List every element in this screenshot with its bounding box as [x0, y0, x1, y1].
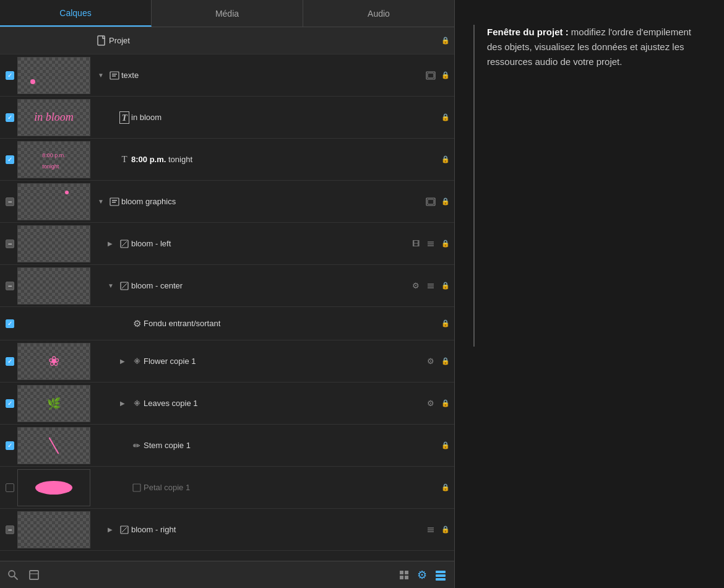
- fondu-lock-icon: 🔒: [439, 318, 452, 330]
- flower-check-box[interactable]: [6, 357, 14, 366]
- svg-rect-3: [112, 76, 116, 77]
- inbloom-lock-icon: 🔒: [439, 111, 452, 124]
- layer-row-petal[interactable]: Petal copie 1 🔒: [0, 467, 454, 509]
- svg-line-23: [122, 527, 127, 532]
- bloom-graphics-thumb: [17, 183, 90, 220]
- callout-line: [473, 25, 475, 347]
- petal-checkbox[interactable]: [2, 483, 17, 492]
- leaves-check-box[interactable]: [6, 399, 14, 408]
- fondu-icon: ⚙: [130, 318, 144, 329]
- layer-row-inbloom[interactable]: in bloom T in bloom 🔒: [0, 97, 454, 139]
- flower-expand[interactable]: ▶: [120, 358, 130, 365]
- tab-calques[interactable]: Calques: [0, 0, 152, 27]
- bloom-center-gear-icon: ⚙: [410, 280, 422, 292]
- petal-actions: 🔒: [439, 482, 452, 494]
- leaves-checkbox[interactable]: [2, 399, 17, 408]
- svg-line-28: [14, 576, 17, 579]
- petal-icon: [130, 483, 144, 492]
- layer-row-texte[interactable]: ▼ texte 🔒: [0, 54, 454, 97]
- flower-info: ▶ ⁜ Flower copie 1: [120, 357, 424, 366]
- inbloom-thumb-text: in bloom: [34, 111, 74, 124]
- texte-expand[interactable]: ▼: [98, 72, 108, 79]
- layer-row-bloom-graphics[interactable]: ▼ bloom graphics 🔒: [0, 181, 454, 223]
- flower-checkbox[interactable]: [2, 357, 17, 366]
- project-thumb-spacer: [17, 27, 90, 54]
- leaves-gear-icon: ⚙: [424, 397, 437, 410]
- layer-row-fondu[interactable]: ⚙ Fondu entrant/sortant 🔒: [0, 307, 454, 340]
- texte-checkbox[interactable]: [2, 71, 17, 80]
- petal-thumb: [17, 469, 90, 506]
- bloom-center-expand[interactable]: ▼: [108, 282, 118, 289]
- tonight-checkbox[interactable]: [2, 155, 17, 164]
- bloom-graphics-icon: [108, 197, 121, 206]
- stem-check-box[interactable]: [6, 441, 14, 450]
- bloom-graphics-info: ▼ bloom graphics: [98, 197, 424, 206]
- stem-name: Stem copie 1: [144, 441, 439, 450]
- layer-row-stem[interactable]: ✏ Stem copie 1 🔒: [0, 425, 454, 467]
- svg-rect-32: [405, 571, 408, 574]
- layout-button[interactable]: [28, 569, 40, 581]
- bloom-center-thumb: [17, 267, 90, 305]
- project-row[interactable]: Projet 🔒: [0, 27, 454, 54]
- bloom-right-checkbox[interactable]: [2, 525, 17, 534]
- flower-thumb-content: ❀: [48, 353, 59, 370]
- settings-button[interactable]: ⚙: [417, 568, 427, 582]
- leaves-info: ▶ ⁜ Leaves copie 1: [120, 399, 424, 408]
- tab-bar: Calques Média Audio: [0, 0, 454, 27]
- tonight-thumb: 8:00 p.m.tonight: [17, 141, 90, 178]
- layer-row-tonight[interactable]: 8:00 p.m.tonight T 8:00 p.m. tonight 🔒: [0, 139, 454, 181]
- texte-group-icon: [424, 69, 437, 82]
- bloom-graphics-expand[interactable]: ▼: [98, 198, 108, 205]
- layer-row-flower[interactable]: ❀ ▶ ⁜ Flower copie 1 ⚙ 🔒: [0, 340, 454, 383]
- project-info: Projet: [95, 35, 439, 46]
- texte-lock-icon: 🔒: [439, 69, 452, 82]
- fondu-check-box[interactable]: [6, 319, 14, 328]
- svg-rect-21: [133, 484, 140, 491]
- texte-check-box[interactable]: [6, 71, 14, 80]
- inbloom-check-box[interactable]: [6, 113, 14, 122]
- bloom-right-check-box[interactable]: [6, 525, 14, 534]
- tonight-check-box[interactable]: [6, 155, 14, 164]
- bloom-right-expand[interactable]: ▶: [108, 526, 118, 533]
- tab-media[interactable]: Média: [152, 0, 303, 27]
- layer-row-bloom-left[interactable]: ▶ bloom - left 🎞 🔒: [0, 223, 454, 265]
- layer-row-bloom-right[interactable]: ▶ bloom - right 🔒: [0, 509, 454, 551]
- texte-info: ▼ texte: [98, 71, 424, 80]
- layer-row-leaves[interactable]: 🌿 ▶ ⁜ Leaves copie 1 ⚙ 🔒: [0, 383, 454, 425]
- bloom-right-thumb: [17, 511, 90, 548]
- stem-lock-icon: 🔒: [439, 439, 452, 452]
- fondu-checkbox[interactable]: [2, 319, 17, 328]
- tab-audio[interactable]: Audio: [303, 0, 454, 27]
- svg-rect-31: [400, 571, 403, 574]
- bloom-graphics-checkbox[interactable]: [2, 197, 17, 206]
- petal-check-box[interactable]: [6, 483, 14, 492]
- flower-name: Flower copie 1: [144, 357, 424, 366]
- bloom-graphics-check-box[interactable]: [6, 197, 14, 206]
- bloom-left-checkbox[interactable]: [2, 240, 17, 248]
- stem-checkbox[interactable]: [2, 441, 17, 450]
- texte-thumb-dot: [30, 79, 35, 84]
- bloom-right-lock-icon: 🔒: [439, 524, 452, 536]
- inbloom-checkbox[interactable]: [2, 113, 17, 122]
- bloom-right-actions: 🔒: [424, 524, 452, 536]
- petal-name: Petal copie 1: [144, 483, 439, 492]
- leaves-expand[interactable]: ▶: [120, 400, 130, 407]
- texte-actions: 🔒: [424, 69, 452, 82]
- bloom-right-icon: [118, 525, 131, 534]
- grid-view-button[interactable]: [399, 568, 410, 582]
- layers-view-button[interactable]: [434, 568, 447, 582]
- bloom-center-checkbox[interactable]: [2, 282, 17, 290]
- bloom-left-check-box[interactable]: [6, 240, 14, 248]
- layer-row-bloom-center[interactable]: ▼ bloom - center ⚙ 🔒: [0, 265, 454, 307]
- bloom-center-info: ▼ bloom - center: [108, 281, 410, 290]
- tonight-thumb-text: 8:00 p.m.tonight: [42, 149, 66, 171]
- bloom-left-film-icon: 🎞: [410, 238, 422, 250]
- tonight-actions: 🔒: [439, 153, 452, 166]
- stem-icon: ✏: [130, 441, 144, 451]
- bloom-center-check-box[interactable]: [6, 282, 14, 290]
- bloom-left-expand[interactable]: ▶: [108, 240, 118, 247]
- leaves-actions: ⚙ 🔒: [424, 397, 452, 410]
- flower-lock-icon: 🔒: [439, 355, 452, 368]
- leaves-thumb-content: 🌿: [47, 397, 61, 410]
- search-button[interactable]: [7, 569, 19, 581]
